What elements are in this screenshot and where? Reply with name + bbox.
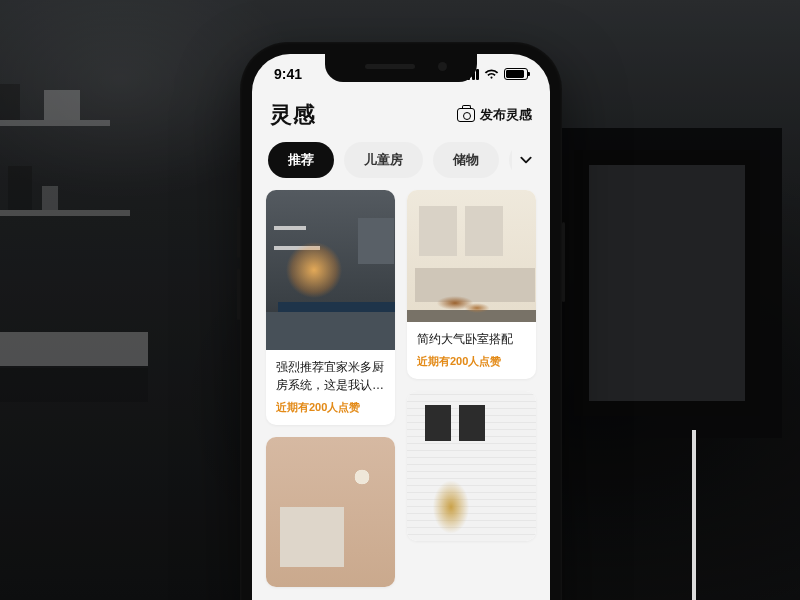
- publish-label: 发布灵感: [480, 106, 532, 124]
- background-lamp: [692, 430, 696, 600]
- phone-frame: 9:41 灵感 发布灵感 推荐 儿童房 储物: [240, 42, 562, 600]
- publish-button[interactable]: 发布灵感: [457, 106, 532, 124]
- phone-vol-down: [237, 268, 240, 320]
- feed-card[interactable]: 强烈推荐宜家米多厨房系统，这是我认为目前最完美的... 近期有200人点赞: [266, 190, 395, 425]
- card-thumbnail: [266, 437, 395, 587]
- status-time: 9:41: [274, 66, 302, 82]
- phone-power-button: [562, 222, 565, 302]
- card-title: 强烈推荐宜家米多厨房系统，这是我认为目前最完美的...: [276, 358, 385, 394]
- inspiration-feed[interactable]: 强烈推荐宜家米多厨房系统，这是我认为目前最完美的... 近期有200人点赞 简约…: [252, 190, 550, 587]
- feed-card[interactable]: [407, 391, 536, 541]
- feed-card[interactable]: [266, 437, 395, 587]
- phone-notch: [325, 54, 477, 82]
- card-likes: 近期有200人点赞: [417, 354, 526, 369]
- phone-vol-up: [237, 206, 240, 258]
- feed-card[interactable]: 简约大气卧室搭配 近期有200人点赞: [407, 190, 536, 379]
- category-tabs[interactable]: 推荐 儿童房 储物 装饰: [268, 142, 512, 178]
- battery-icon: [504, 68, 528, 80]
- chevron-down-icon: [519, 153, 533, 167]
- page-title: 灵感: [270, 100, 315, 130]
- category-tabs-row: 推荐 儿童房 储物 装饰: [252, 142, 550, 190]
- wifi-icon: [484, 69, 499, 80]
- card-thumbnail: [266, 190, 395, 350]
- card-title: 简约大气卧室搭配: [417, 330, 526, 348]
- card-likes: 近期有200人点赞: [276, 400, 385, 415]
- phone-screen: 9:41 灵感 发布灵感 推荐 儿童房 储物: [252, 54, 550, 600]
- mockup-stage: 9:41 灵感 发布灵感 推荐 儿童房 储物: [0, 0, 800, 600]
- tabs-more-button[interactable]: [512, 153, 540, 167]
- card-body: 简约大气卧室搭配 近期有200人点赞: [407, 322, 536, 379]
- phone-mute-switch: [237, 162, 240, 192]
- tab-storage[interactable]: 储物: [433, 142, 499, 178]
- tab-recommended[interactable]: 推荐: [268, 142, 334, 178]
- card-thumbnail: [407, 190, 536, 322]
- card-body: 强烈推荐宜家米多厨房系统，这是我认为目前最完美的... 近期有200人点赞: [266, 350, 395, 425]
- camera-icon: [457, 108, 475, 122]
- page-header: 灵感 发布灵感: [252, 94, 550, 142]
- tab-kids-room[interactable]: 儿童房: [344, 142, 423, 178]
- card-thumbnail: [407, 391, 536, 541]
